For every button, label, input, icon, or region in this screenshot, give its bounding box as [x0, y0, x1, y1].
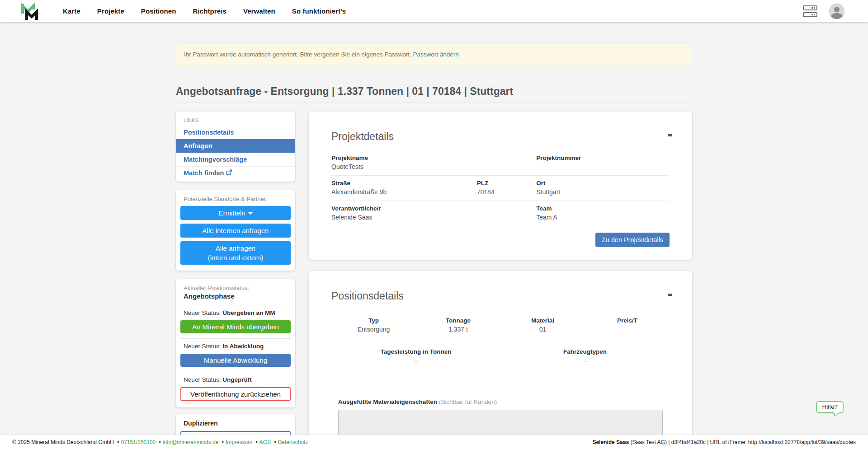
navbar-left: Karte Projekte Positionen Richtpreis Ver… — [20, 3, 346, 20]
field-projektname: Projektname QuoteTests — [331, 154, 477, 170]
external-link-icon — [226, 169, 232, 177]
new-status-line-2: Neuer Status: In Abwicklung — [180, 343, 291, 351]
project-card-title: Projektdetails — [331, 131, 670, 143]
content-row: LINKS Positionsdetails Anfragen Matching… — [176, 112, 692, 449]
ermitteln-dropdown-button[interactable]: Ermitteln — [180, 206, 291, 220]
footer-impressum-link[interactable]: Impressum — [226, 439, 252, 445]
divider — [180, 338, 291, 339]
project-fields: Projektname QuoteTests Projektnummer - S… — [331, 154, 670, 226]
dropdown-caret-icon — [248, 212, 253, 215]
server-icon[interactable] — [803, 5, 817, 17]
project-card-actions: Zu den Projektdetails — [331, 233, 670, 247]
material-properties-label: Ausgefüllte Materialeigenschaften — [338, 398, 439, 405]
help-button[interactable]: Hilfe? — [816, 401, 844, 413]
material-properties-label-row: Ausgefüllte Materialeigenschaften (Sicht… — [338, 398, 663, 406]
duplicate-panel-header: Duplizieren — [180, 420, 291, 428]
project-details-card: Projektdetails Projektname QuoteTests Pr… — [309, 112, 692, 260]
spacer — [477, 205, 537, 221]
main-menu: Karte Projekte Positionen Richtpreis Ver… — [63, 7, 346, 15]
footer-datenschutz-link[interactable]: Datenschutz — [278, 439, 308, 445]
alle-anfragen-button[interactable]: Alle anfragen(intern und extern) — [180, 241, 291, 265]
new-status-line-1: Neuer Status: Übergeben an MM — [180, 309, 291, 317]
page-container: Ihr Passwort wurde automatisch generiert… — [176, 43, 692, 449]
nav-item-positionen[interactable]: Positionen — [141, 7, 176, 15]
match-finden-label: Match finden — [184, 169, 224, 177]
sidebar: LINKS Positionsdetails Anfragen Matching… — [176, 112, 295, 449]
footer-phone-link[interactable]: 07151/250100 — [121, 439, 156, 445]
project-row-1: Projektname QuoteTests Projektnummer - — [331, 154, 670, 176]
position-card-title: Positionsdetails — [331, 290, 670, 302]
nav-item-richtpreis[interactable]: Richtpreis — [193, 7, 226, 15]
footer-email-link[interactable]: info@mineral-minds.de — [163, 439, 219, 445]
footer-agb-link[interactable]: AGB — [259, 439, 271, 445]
nav-item-verwalten[interactable]: Verwalten — [243, 7, 275, 15]
sidebar-link-matchingvorschlaege[interactable]: Matchingvorschläge — [176, 153, 295, 166]
main-column: Projektdetails Projektname QuoteTests Pr… — [309, 112, 692, 449]
divider — [180, 372, 291, 372]
stat-tagesleistung: Tagesleistung in Tonnen – — [331, 348, 500, 364]
page-title: Angebotsanfrage - Entsorgung | 1.337 Ton… — [176, 85, 692, 103]
help-button-label: Hilfe? — [822, 403, 838, 410]
divider — [180, 305, 291, 305]
project-row-3: Verantwortliche/r Selenide Saas Team Tea… — [331, 201, 670, 226]
sidebar-link-positionsdetails[interactable]: Positionsdetails — [176, 126, 295, 139]
stat-typ: Typ Entsorgung — [331, 317, 416, 333]
user-avatar[interactable] — [829, 4, 844, 19]
position-stats-row-2: Tagesleistung in Tonnen – Fahrzeugtypen … — [331, 348, 670, 364]
current-status-label: Aktueller Positionsstatus: — [180, 285, 291, 291]
nav-item-karte[interactable]: Karte — [63, 7, 80, 15]
footer-left: © 2025 Mineral Minds Deutschland GmbH •0… — [12, 439, 308, 445]
new-status-line-3: Neuer Status: Ungeprüft — [180, 376, 291, 384]
collapse-minus-icon[interactable] — [668, 294, 672, 296]
field-team: Team Team A — [536, 205, 670, 221]
field-projektnummer: Projektnummer - — [536, 154, 670, 170]
stat-preis: Preis/T – — [585, 317, 670, 333]
position-stats-row: Typ Entsorgung Tonnage 1.337 t Material … — [331, 317, 670, 333]
uebergeben-an-mm-button[interactable]: An Mineral Minds übergeben — [180, 320, 291, 333]
status-panel: Aktueller Positionsstatus: Angebotsphase… — [176, 279, 295, 407]
partners-panel: Potenzielle Standorte & Partner: Ermitte… — [176, 190, 295, 271]
position-details-card: Positionsdetails Typ Entsorgung Tonnage … — [309, 271, 692, 449]
footer-session-info: Selenide Saas (Saas Test AG) | d8f4bd41a… — [592, 439, 856, 445]
ermitteln-label: Ermitteln — [218, 209, 245, 217]
partners-panel-label: Potenzielle Standorte & Partner: — [180, 196, 291, 202]
nav-item-so-funktionierts[interactable]: So funktioniert's — [292, 7, 346, 15]
nav-item-projekte[interactable]: Projekte — [97, 7, 124, 15]
project-row-2: Straße Alexanderstraße 9b PLZ 70184 Ort … — [331, 176, 670, 201]
field-verantwortlich: Verantwortliche/r Selenide Saas — [331, 205, 477, 221]
collapse-minus-icon[interactable] — [668, 134, 672, 136]
sidebar-link-anfragen[interactable]: Anfragen — [176, 139, 295, 153]
links-panel: LINKS Positionsdetails Anfragen Matching… — [176, 112, 295, 182]
field-plz: PLZ 70184 — [477, 180, 537, 196]
footer-user-name: Selenide Saas — [592, 439, 629, 445]
footer-session-details: (Saas Test AG) | d8f4bd41a20c | URL of i… — [629, 439, 856, 445]
manuelle-abwicklung-button[interactable]: Manuelle Abwicklung — [180, 354, 291, 367]
links-panel-header: LINKS — [176, 116, 295, 126]
password-change-link[interactable]: Passwort ändern — [413, 51, 459, 58]
navbar-right — [803, 4, 844, 19]
top-navbar: Karte Projekte Positionen Richtpreis Ver… — [0, 0, 868, 22]
footer: © 2025 Mineral Minds Deutschland GmbH •0… — [0, 435, 868, 449]
spacer — [477, 154, 537, 170]
zu-den-projektdetails-button[interactable]: Zu den Projektdetails — [595, 233, 670, 247]
stat-material: Material 01 — [500, 317, 585, 333]
alle-internen-anfragen-button[interactable]: Alle internen anfragen — [180, 224, 291, 238]
alle-anfragen-line1: Alle anfragen — [216, 244, 255, 252]
material-properties-hint: (Sichtbar für Kunden) — [439, 398, 497, 405]
password-alert: Ihr Passwort wurde automatisch generiert… — [176, 43, 692, 65]
alle-anfragen-line2: (intern und extern) — [182, 253, 289, 262]
field-ort: Ort Stuttgart — [536, 180, 670, 196]
mineral-minds-logo-icon[interactable] — [20, 3, 39, 20]
password-alert-text: Ihr Passwort wurde automatisch generiert… — [184, 51, 413, 58]
footer-copyright: © 2025 Mineral Minds Deutschland GmbH — [12, 439, 114, 445]
current-status-value: Angebotsphase — [180, 291, 291, 300]
field-strasse: Straße Alexanderstraße 9b — [331, 180, 477, 196]
stat-tonnage: Tonnage 1.337 t — [416, 317, 500, 333]
veroeffentlichung-zurueckziehen-button[interactable]: Veröffentlichung zurückziehen — [180, 387, 291, 401]
sidebar-link-match-finden[interactable]: Match finden — [176, 166, 295, 180]
stat-fahrzeugtypen: Fahrzeugtypen – — [500, 348, 670, 364]
